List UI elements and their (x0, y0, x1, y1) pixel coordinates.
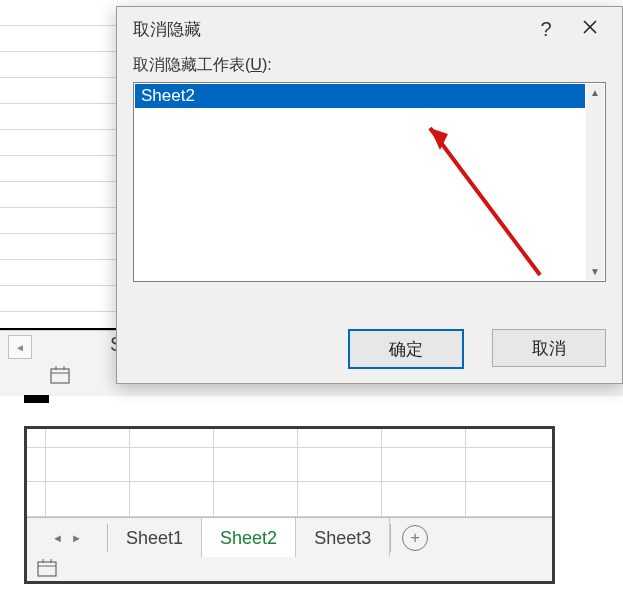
unhide-dialog: 取消隐藏 ? 取消隐藏工作表(U): Sheet2 ▲ ▼ 确定 取消 (116, 6, 623, 384)
background-spreadsheet-grid (0, 0, 120, 330)
listbox-item-selected[interactable]: Sheet2 (135, 84, 585, 108)
sheet-tab-strip: ◄ ► Sheet1 Sheet2 Sheet3 + (27, 517, 552, 559)
nav-right-icon[interactable]: ► (71, 532, 82, 544)
sheet-nav-buttons[interactable]: ◄ ► (27, 518, 107, 558)
close-button[interactable] (568, 19, 612, 40)
scroll-up-icon[interactable]: ▲ (590, 84, 600, 101)
macro-record-icon[interactable] (50, 366, 70, 384)
dialog-title: 取消隐藏 (133, 18, 524, 41)
help-button[interactable]: ? (524, 18, 568, 41)
listbox-scrollbar[interactable]: ▲ ▼ (586, 84, 604, 280)
svg-rect-8 (38, 562, 56, 576)
dialog-button-row: 确定 取消 (117, 329, 622, 369)
sheet-tab-sheet2[interactable]: Sheet2 (202, 518, 296, 558)
dialog-titlebar: 取消隐藏 ? (117, 7, 622, 51)
unhide-listbox[interactable]: Sheet2 ▲ ▼ (133, 82, 606, 282)
close-icon (582, 19, 598, 35)
sheet-nav-left-icon[interactable]: ◄ (8, 335, 32, 359)
bottom-screenshot: ◄ ► Sheet1 Sheet2 Sheet3 + (24, 426, 555, 584)
new-sheet-button[interactable]: + (391, 518, 439, 558)
listbox-label: 取消隐藏工作表(U): (117, 51, 622, 82)
ok-button[interactable]: 确定 (348, 329, 464, 369)
sheet-tab-sheet1[interactable]: Sheet1 (108, 518, 202, 558)
screenshot-crop-edge (24, 395, 49, 403)
nav-left-icon[interactable]: ◄ (52, 532, 63, 544)
top-screenshot: ◄ S 取消隐藏 ? 取消隐藏工作表(U): Sheet2 (0, 0, 623, 405)
sheet-tab-sheet3[interactable]: Sheet3 (296, 518, 390, 558)
plus-icon: + (402, 525, 428, 551)
spreadsheet-grid[interactable] (27, 429, 552, 517)
status-bar (27, 557, 552, 581)
svg-rect-0 (51, 369, 69, 383)
cancel-button[interactable]: 取消 (492, 329, 606, 367)
scroll-down-icon[interactable]: ▼ (590, 263, 600, 280)
macro-record-icon[interactable] (37, 559, 57, 577)
